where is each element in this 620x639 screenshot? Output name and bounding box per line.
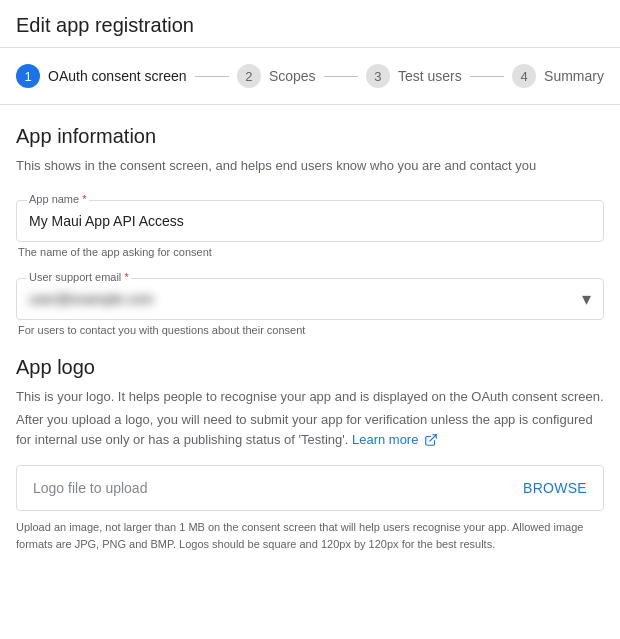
logo-upload-label: Logo file to upload	[33, 480, 147, 496]
step-3-label: Test users	[398, 68, 462, 84]
step-2[interactable]: 2 Scopes	[237, 64, 316, 88]
app-name-field-wrapper: App name *	[16, 200, 604, 242]
logo-upload-area: Logo file to upload BROWSE	[16, 465, 604, 511]
logo-upload-hint: Upload an image, not larger than 1 MB on…	[16, 519, 604, 552]
app-logo-desc1: This is your logo. It helps people to re…	[16, 387, 604, 407]
step-divider-1	[195, 76, 229, 77]
app-information-desc: This shows in the consent screen, and he…	[16, 156, 604, 176]
step-2-circle: 2	[237, 64, 261, 88]
step-4[interactable]: 4 Summary	[512, 64, 604, 88]
step-1-circle: 1	[16, 64, 40, 88]
step-divider-3	[470, 76, 504, 77]
app-information-title: App information	[16, 125, 604, 148]
main-content: App information This shows in the consen…	[0, 105, 620, 572]
step-divider-2	[324, 76, 358, 77]
step-1-label: OAuth consent screen	[48, 68, 187, 84]
step-1[interactable]: 1 OAuth consent screen	[16, 64, 187, 88]
app-logo-section: App logo This is your logo. It helps peo…	[16, 356, 604, 553]
step-4-circle: 4	[512, 64, 536, 88]
browse-button[interactable]: BROWSE	[523, 480, 587, 496]
app-name-field-group: App name * The name of the app asking fo…	[16, 200, 604, 258]
page-header: Edit app registration	[0, 0, 620, 48]
stepper: 1 OAuth consent screen 2 Scopes 3 Test u…	[0, 48, 620, 105]
app-name-label: App name *	[27, 193, 89, 205]
page-title: Edit app registration	[16, 14, 604, 37]
external-link-icon	[424, 433, 438, 447]
user-support-email-hint: For users to contact you with questions …	[16, 324, 604, 336]
user-support-email-select-wrapper: user@example.com ▾	[29, 287, 591, 311]
user-support-email-label: User support email *	[27, 271, 131, 283]
app-name-input[interactable]	[29, 209, 591, 233]
app-logo-title: App logo	[16, 356, 604, 379]
user-support-email-field-group: User support email * user@example.com ▾ …	[16, 278, 604, 336]
learn-more-link[interactable]: Learn more	[352, 432, 438, 447]
user-support-email-blurred: user@example.com	[29, 287, 591, 311]
app-logo-desc2: After you upload a logo, you will need t…	[16, 410, 604, 449]
app-name-hint: The name of the app asking for consent	[16, 246, 604, 258]
user-support-email-field-wrapper: User support email * user@example.com ▾	[16, 278, 604, 320]
svg-line-0	[430, 435, 436, 441]
step-3[interactable]: 3 Test users	[366, 64, 462, 88]
step-4-label: Summary	[544, 68, 604, 84]
step-3-circle: 3	[366, 64, 390, 88]
step-2-label: Scopes	[269, 68, 316, 84]
